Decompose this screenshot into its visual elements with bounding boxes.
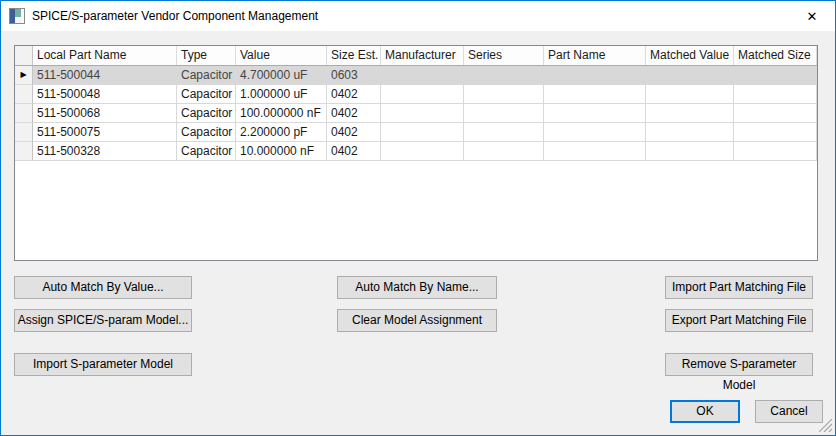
cell-local-part-name: 511-500044 [33, 66, 177, 85]
export-part-matching-file-button[interactable]: Export Part Matching File [665, 309, 813, 332]
cell-size-est: 0603 [327, 66, 381, 85]
import-sparameter-model-button[interactable]: Import S-parameter Model [14, 353, 192, 376]
cell-manufacturer [381, 142, 464, 161]
column-header-part-name[interactable]: Part Name [544, 46, 646, 65]
cell-size-est: 0402 [327, 104, 381, 123]
row-header [15, 142, 33, 161]
row-header [15, 85, 33, 104]
cell-manufacturer [381, 85, 464, 104]
table-row[interactable]: 511-500075 Capacitor 2.200000 pF 0402 [15, 123, 817, 142]
dialog-body: Local Part Name Type Value Size Est. Man… [1, 31, 835, 435]
cell-type: Capacitor [177, 85, 236, 104]
ok-button[interactable]: OK [670, 400, 740, 423]
column-header-local-part-name[interactable]: Local Part Name [33, 46, 177, 65]
component-table: Local Part Name Type Value Size Est. Man… [14, 45, 818, 261]
table-row[interactable]: 511-500048 Capacitor 1.000000 uF 0402 [15, 85, 817, 104]
cell-manufacturer [381, 66, 464, 85]
cell-series [464, 104, 544, 123]
cancel-button[interactable]: Cancel [755, 400, 823, 423]
cell-part-name [544, 66, 646, 85]
column-header-matched-size[interactable]: Matched Size [734, 46, 817, 65]
cell-value: 2.200000 pF [236, 123, 327, 142]
cell-matched-value [646, 85, 734, 104]
column-header-type[interactable]: Type [177, 46, 236, 65]
cell-matched-size [734, 123, 817, 142]
cell-part-name [544, 104, 646, 123]
cell-manufacturer [381, 123, 464, 142]
resize-grip-handle[interactable] [819, 419, 832, 432]
app-window-icon [9, 8, 25, 24]
column-header-value[interactable]: Value [236, 46, 327, 65]
current-row-arrow-icon: ▶ [20, 71, 26, 79]
title-bar[interactable]: SPICE/S-parameter Vendor Component Manag… [1, 1, 835, 31]
cell-size-est: 0402 [327, 142, 381, 161]
auto-match-by-name-button[interactable]: Auto Match By Name... [337, 276, 497, 299]
clear-model-assignment-button[interactable]: Clear Model Assignment [337, 309, 497, 332]
cell-matched-size [734, 104, 817, 123]
cell-series [464, 123, 544, 142]
close-icon[interactable]: ✕ [789, 1, 835, 31]
cell-local-part-name: 511-500328 [33, 142, 177, 161]
column-header-series[interactable]: Series [464, 46, 544, 65]
cell-manufacturer [381, 104, 464, 123]
table-row[interactable]: ▶ 511-500044 Capacitor 4.700000 uF 0603 [15, 66, 817, 85]
auto-match-by-value-button[interactable]: Auto Match By Value... [14, 276, 192, 299]
cell-type: Capacitor [177, 142, 236, 161]
dialog-spice-sparameter-vendor-component-management: SPICE/S-parameter Vendor Component Manag… [0, 0, 836, 436]
cell-matched-value [646, 142, 734, 161]
cell-size-est: 0402 [327, 85, 381, 104]
column-header-matched-value[interactable]: Matched Value [646, 46, 734, 65]
row-header [15, 123, 33, 142]
cell-matched-value [646, 104, 734, 123]
cell-local-part-name: 511-500068 [33, 104, 177, 123]
row-header-corner [15, 46, 33, 65]
cell-type: Capacitor [177, 66, 236, 85]
cell-matched-size [734, 142, 817, 161]
cell-type: Capacitor [177, 104, 236, 123]
cell-part-name [544, 85, 646, 104]
cell-matched-size [734, 66, 817, 85]
table-header-row: Local Part Name Type Value Size Est. Man… [15, 46, 817, 66]
assign-spice-sparam-model-button[interactable]: Assign SPICE/S-param Model... [14, 309, 192, 332]
cell-matched-value [646, 123, 734, 142]
cell-type: Capacitor [177, 123, 236, 142]
cell-value: 10.000000 nF [236, 142, 327, 161]
table-row[interactable]: 511-500328 Capacitor 10.000000 nF 0402 [15, 142, 817, 161]
cell-series [464, 85, 544, 104]
cell-value: 4.700000 uF [236, 66, 327, 85]
cell-local-part-name: 511-500048 [33, 85, 177, 104]
cell-matched-size [734, 85, 817, 104]
cell-value: 100.000000 nF [236, 104, 327, 123]
table-row[interactable]: 511-500068 Capacitor 100.000000 nF 0402 [15, 104, 817, 123]
column-header-size-est[interactable]: Size Est. [327, 46, 381, 65]
window-title: SPICE/S-parameter Vendor Component Manag… [32, 9, 318, 23]
row-selection-marker: ▶ [15, 66, 33, 85]
remove-sparameter-model-button[interactable]: Remove S-parameter Model [665, 353, 813, 376]
cell-series [464, 66, 544, 85]
cell-size-est: 0402 [327, 123, 381, 142]
import-part-matching-file-button[interactable]: Import Part Matching File [665, 276, 813, 299]
cell-part-name [544, 142, 646, 161]
column-header-manufacturer[interactable]: Manufacturer [381, 46, 464, 65]
cell-local-part-name: 511-500075 [33, 123, 177, 142]
row-header [15, 104, 33, 123]
cell-value: 1.000000 uF [236, 85, 327, 104]
cell-series [464, 142, 544, 161]
cell-part-name [544, 123, 646, 142]
cell-matched-value [646, 66, 734, 85]
